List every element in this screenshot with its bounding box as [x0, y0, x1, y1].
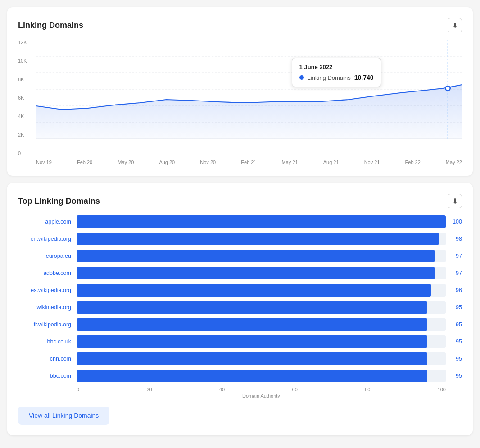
y-axis-label: 12K [18, 40, 32, 45]
bar-value: 97 [446, 253, 462, 259]
x-axis-label: Nov 21 [364, 160, 380, 165]
bar-value: 97 [446, 270, 462, 276]
bar-fill [77, 301, 427, 314]
bar-x-tick: 0 [77, 387, 79, 392]
chart-area: 1 June 2022 Linking Domains 10,740 Nov 1… [36, 40, 462, 165]
x-axis-label: Aug 20 [159, 160, 175, 165]
bar-domain-label[interactable]: europa.eu [18, 253, 77, 259]
bar-value: 98 [446, 236, 462, 242]
bar-track [77, 267, 446, 279]
bar-domain-label[interactable]: fr.wikipedia.org [18, 321, 77, 328]
bar-domain-label[interactable]: wikimedia.org [18, 304, 77, 311]
bar-x-tick: 40 [219, 387, 225, 392]
chart-svg-wrap: 1 June 2022 Linking Domains 10,740 [36, 40, 462, 157]
y-axis-label: 8K [18, 77, 32, 82]
bar-domain-label[interactable]: bbc.com [18, 373, 77, 379]
bar-row: bbc.com95 [18, 370, 462, 382]
bar-value: 100 [446, 219, 462, 225]
bar-fill [77, 318, 427, 331]
y-axis-label: 4K [18, 114, 32, 119]
bar-x-tick: 60 [292, 387, 298, 392]
bar-track [77, 335, 446, 348]
bar-x-axis-label: Domain Authority [77, 393, 462, 398]
x-axis-label: Nov 19 [36, 160, 52, 165]
bar-track [77, 301, 446, 314]
bar-value: 95 [446, 304, 462, 311]
bar-row: wikimedia.org95 [18, 301, 462, 314]
view-all-button[interactable]: View all Linking Domains [18, 407, 109, 425]
top-linking-domains-title: Top Linking Domains [18, 197, 100, 206]
bar-rows: apple.com100en.wikipedia.org98europa.eu9… [18, 215, 462, 382]
bar-row: adobe.com97 [18, 267, 462, 279]
bar-fill [77, 233, 439, 245]
card-header: Linking Domains ⬇ [18, 18, 462, 32]
x-axis-label: May 20 [118, 160, 134, 165]
bar-row: es.wikipedia.org96 [18, 284, 462, 297]
bar-value: 95 [446, 321, 462, 328]
bar-track [77, 352, 446, 365]
top-card-header: Top Linking Domains ⬇ [18, 194, 462, 208]
y-axis-label: 6K [18, 95, 32, 101]
bar-row: fr.wikipedia.org95 [18, 318, 462, 331]
linking-domains-title: Linking Domains [18, 21, 83, 30]
bar-x-tick: 20 [146, 387, 152, 392]
bar-track [77, 284, 446, 297]
bar-fill [77, 335, 427, 348]
bar-domain-label[interactable]: adobe.com [18, 270, 77, 276]
line-chart-container: 02K4K6K8K10K12K [18, 40, 462, 165]
top-linking-domains-card: Top Linking Domains ⬇ apple.com100en.wik… [7, 183, 473, 435]
bar-domain-label[interactable]: bbc.co.uk [18, 338, 77, 345]
data-point [445, 86, 450, 91]
bar-track [77, 233, 446, 245]
bar-fill [77, 267, 435, 279]
bar-fill [77, 250, 435, 262]
bar-value: 95 [446, 356, 462, 362]
y-axis: 02K4K6K8K10K12K [18, 40, 36, 165]
bar-row: cnn.com95 [18, 352, 462, 365]
bar-value: 95 [446, 373, 462, 379]
x-axis-label: Feb 20 [77, 160, 92, 165]
bar-row: bbc.co.uk95 [18, 335, 462, 348]
top-export-button[interactable]: ⬇ [448, 194, 462, 208]
x-axis-label: Feb 21 [241, 160, 256, 165]
bar-row: apple.com100 [18, 215, 462, 228]
bar-value: 95 [446, 338, 462, 345]
bar-domain-label[interactable]: en.wikipedia.org [18, 236, 77, 242]
bar-fill [77, 370, 427, 382]
bar-row: europa.eu97 [18, 250, 462, 262]
bar-domain-label[interactable]: cnn.com [18, 356, 77, 362]
bar-x-tick: 80 [365, 387, 370, 392]
bar-fill [77, 284, 431, 297]
x-axis: Nov 19Feb 20May 20Aug 20Nov 20Feb 21May … [36, 157, 462, 165]
y-axis-label: 0 [18, 151, 32, 156]
y-axis-label: 10K [18, 58, 32, 64]
bar-x-tick: 100 [438, 387, 446, 392]
bar-domain-label[interactable]: apple.com [18, 219, 77, 225]
x-axis-label: May 21 [282, 160, 298, 165]
bar-value: 96 [446, 287, 462, 293]
bar-fill [77, 352, 427, 365]
bar-track [77, 370, 446, 382]
line-chart-svg [36, 40, 462, 157]
bar-track [77, 250, 446, 262]
bar-chart-section: apple.com100en.wikipedia.org98europa.eu9… [18, 215, 462, 398]
bar-domain-label[interactable]: es.wikipedia.org [18, 287, 77, 293]
x-axis-label: Nov 20 [200, 160, 216, 165]
bar-row: en.wikipedia.org98 [18, 233, 462, 245]
x-axis-label: May 22 [446, 160, 462, 165]
export-button[interactable]: ⬇ [448, 18, 462, 32]
x-axis-label: Aug 21 [323, 160, 339, 165]
bar-x-axis: 020406080100 [77, 387, 462, 392]
linking-domains-card: Linking Domains ⬇ 02K4K6K8K10K12K [7, 7, 473, 176]
line-chart-wrap: 02K4K6K8K10K12K [18, 40, 462, 165]
bar-track [77, 318, 446, 331]
x-axis-label: Feb 22 [405, 160, 421, 165]
bar-track [77, 215, 446, 228]
y-axis-label: 2K [18, 132, 32, 137]
bar-fill [77, 215, 446, 228]
